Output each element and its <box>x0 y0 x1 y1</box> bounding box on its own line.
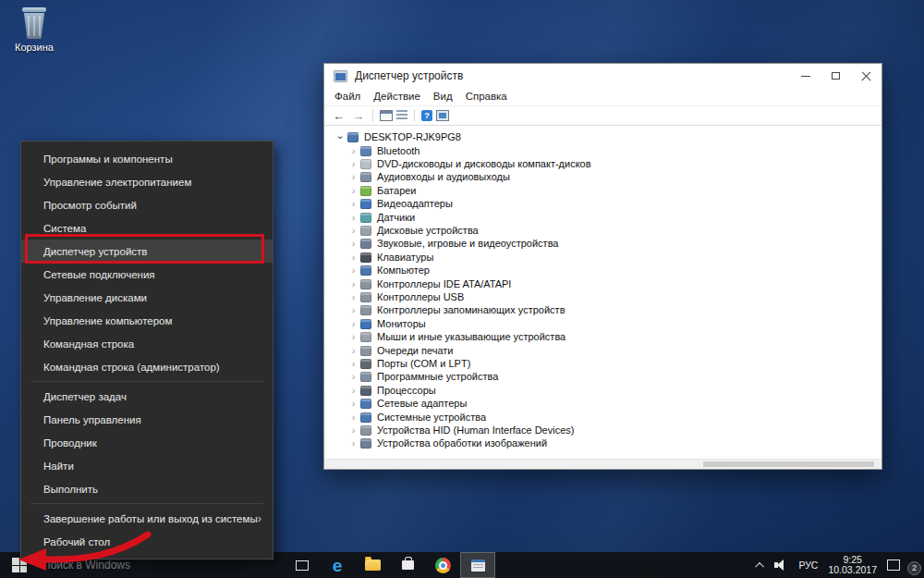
winx-menu-item[interactable]: Командная строка (администратор) <box>21 355 273 378</box>
device-category-row[interactable]: › Контроллеры USB <box>324 290 881 303</box>
recycle-bin[interactable]: Корзина <box>4 6 65 53</box>
close-button[interactable] <box>851 64 881 88</box>
device-category-row[interactable]: › Звуковые, игровые и видеоустройства <box>324 238 881 251</box>
file-explorer-button[interactable] <box>355 552 390 578</box>
menu-item[interactable]: Действие <box>367 88 427 105</box>
scan-hardware-icon[interactable] <box>436 110 449 121</box>
device-category-label: Компьютер <box>377 265 430 276</box>
device-category-row[interactable]: › Датчики <box>324 211 881 224</box>
expand-chevron-icon[interactable]: › <box>348 172 359 182</box>
winx-menu-item[interactable]: Управление дисками <box>21 286 273 309</box>
winx-menu-item[interactable]: Управление компьютером <box>21 309 273 332</box>
collapse-chevron-icon[interactable]: › <box>335 132 346 142</box>
device-category-row[interactable]: › Дисковые устройства <box>324 224 881 237</box>
hidden-icons-chevron-icon[interactable] <box>756 561 765 571</box>
device-category-row[interactable]: › Устройства HID (Human Interface Device… <box>324 424 881 437</box>
window-controls <box>790 64 881 88</box>
winx-menu-item[interactable]: Панель управления <box>21 408 273 431</box>
horizontal-scrollbar[interactable] <box>324 459 881 469</box>
device-category-row[interactable]: › Очереди печати <box>324 344 881 357</box>
expand-chevron-icon[interactable]: › <box>348 359 359 369</box>
expand-chevron-icon[interactable]: › <box>348 319 359 329</box>
device-category-row[interactable]: › Bluetooth <box>324 144 881 157</box>
device-category-row[interactable]: › Программные устройства <box>324 371 881 384</box>
volume-icon[interactable] <box>774 560 788 571</box>
device-category-label: Порты (COM и LPT) <box>377 359 470 369</box>
expand-chevron-icon[interactable]: › <box>348 239 359 249</box>
device-category-label: Датчики <box>377 213 415 223</box>
expand-chevron-icon[interactable]: › <box>348 346 359 356</box>
language-indicator[interactable]: РУС <box>798 560 818 571</box>
device-category-row[interactable]: › DVD-дисководы и дисководы компакт-диск… <box>324 157 881 170</box>
expand-chevron-icon[interactable]: › <box>348 332 359 342</box>
expand-chevron-icon[interactable]: › <box>348 386 359 396</box>
device-category-row[interactable]: › Устройства обработки изображений <box>324 437 881 450</box>
window-titlebar[interactable]: Диспетчер устройств <box>324 64 881 88</box>
expand-chevron-icon[interactable]: › <box>348 412 359 423</box>
expand-chevron-icon[interactable]: › <box>348 252 359 263</box>
expand-chevron-icon[interactable]: › <box>348 226 359 236</box>
expand-chevron-icon[interactable]: › <box>348 399 359 409</box>
expand-chevron-icon[interactable]: › <box>348 213 359 223</box>
expand-chevron-icon[interactable]: › <box>348 305 359 315</box>
expand-chevron-icon[interactable]: › <box>348 186 359 196</box>
device-category-row[interactable]: › Клавиатуры <box>324 251 881 264</box>
expand-chevron-icon[interactable]: › <box>348 438 359 449</box>
menu-item[interactable]: Вид <box>427 88 459 105</box>
clock[interactable]: 9:25 10.03.2017 <box>828 555 877 576</box>
device-category-row[interactable]: › Аудиовходы и аудиовыходы <box>324 171 881 184</box>
back-icon[interactable]: ← <box>331 110 346 122</box>
device-category-row[interactable]: › Контроллеры IDE ATA/ATAPI <box>324 277 881 290</box>
winx-menu-item[interactable]: Просмотр событий <box>21 193 273 216</box>
forward-icon[interactable]: → <box>350 110 366 122</box>
device-category-row[interactable]: › Видеоадаптеры <box>324 198 881 211</box>
expand-chevron-icon[interactable]: › <box>348 146 359 156</box>
store-icon <box>402 560 414 570</box>
winx-menu-item[interactable]: Выполнить <box>21 477 273 500</box>
winx-menu-item[interactable]: Проводник <box>21 431 273 454</box>
winx-menu-item[interactable]: Диспетчер задач <box>21 385 273 408</box>
help-icon[interactable]: ? <box>421 110 432 121</box>
properties-icon[interactable] <box>396 110 407 121</box>
device-manager-window-icon <box>334 70 347 82</box>
maximize-button[interactable] <box>821 64 851 88</box>
device-category-row[interactable]: › Мониторы <box>324 317 881 330</box>
store-button[interactable] <box>390 552 425 578</box>
expand-chevron-icon[interactable]: › <box>348 279 359 289</box>
device-category-row[interactable]: › Батареи <box>324 184 881 197</box>
expand-chevron-icon[interactable]: › <box>348 199 359 209</box>
device-category-label: Системные устройства <box>377 412 486 423</box>
edge-button[interactable]: e <box>320 552 355 578</box>
console-window-icon[interactable] <box>380 110 393 121</box>
imaging-device-icon <box>360 438 371 449</box>
device-category-row[interactable]: › Порты (COM и LPT) <box>324 357 881 370</box>
expand-chevron-icon[interactable]: › <box>348 292 359 302</box>
expand-chevron-icon[interactable]: › <box>348 425 359 436</box>
winx-menu-item[interactable]: Сетевые подключения <box>21 263 273 286</box>
winx-menu-item[interactable]: Командная строка <box>21 332 273 355</box>
minimize-button[interactable] <box>790 64 821 88</box>
chrome-button[interactable] <box>425 552 460 578</box>
device-manager-taskbar-button[interactable] <box>460 552 495 578</box>
tree-root-computer[interactable]: › DESKTOP-RJK9PG8 <box>324 129 881 144</box>
task-view-button[interactable] <box>285 552 320 578</box>
device-category-row[interactable]: › Контроллеры запоминающих устройств <box>324 304 881 317</box>
recycle-bin-body <box>24 13 44 39</box>
device-category-row[interactable]: › Процессоры <box>324 384 881 397</box>
expand-chevron-icon[interactable]: › <box>348 265 359 276</box>
scrollbar-thumb[interactable] <box>703 461 874 467</box>
menu-item[interactable]: Файл <box>328 88 367 105</box>
winx-menu-item-shutdown[interactable]: Завершение работы или выход из системы › <box>21 507 273 530</box>
expand-chevron-icon[interactable]: › <box>348 159 359 169</box>
winx-menu-item[interactable]: Найти <box>21 454 273 477</box>
winx-menu-item[interactable]: Управление электропитанием <box>21 170 273 193</box>
device-category-row[interactable]: › Мыши и иные указывающие устройства <box>324 330 881 343</box>
expand-chevron-icon[interactable]: › <box>348 372 359 382</box>
winx-menu-item[interactable]: Программы и компоненты <box>21 147 273 170</box>
device-category-row[interactable]: › Сетевые адаптеры <box>324 397 881 410</box>
action-center-icon[interactable] <box>887 560 900 571</box>
device-category-row[interactable]: › Компьютер <box>324 264 881 277</box>
device-category-row[interactable]: › Системные устройства <box>324 411 881 424</box>
toolbar: ← → ? <box>324 105 881 126</box>
menu-item[interactable]: Справка <box>459 88 514 105</box>
